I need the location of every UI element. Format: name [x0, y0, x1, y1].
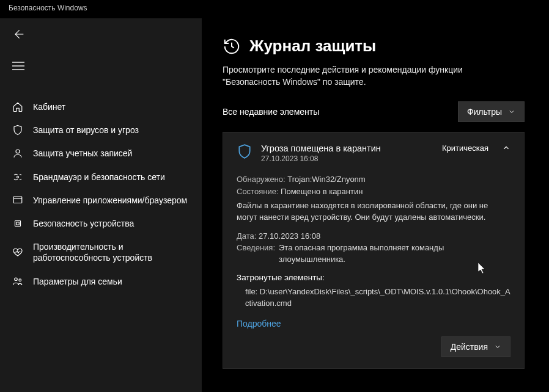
- svg-rect-8: [17, 222, 20, 225]
- family-icon: [12, 276, 23, 287]
- collapse-button[interactable]: [502, 143, 510, 152]
- sidebar-item-label: Защита от вирусов и угроз: [33, 125, 190, 136]
- threat-timestamp: 27.10.2023 16:08: [261, 154, 433, 163]
- heart-icon: [12, 247, 23, 258]
- window-title: Безопасность Windows: [9, 4, 87, 12]
- sidebar-item-virus[interactable]: Защита от вирусов и угроз: [0, 118, 202, 142]
- history-icon: [223, 37, 241, 56]
- threat-title: Угроза помещена в карантин: [261, 143, 433, 153]
- sidebar-item-family[interactable]: Параметры для семьи: [0, 270, 202, 293]
- sidebar-item-device-security[interactable]: Безопасность устройства: [0, 212, 202, 235]
- learn-more-link[interactable]: Подробнее: [237, 319, 281, 328]
- sidebar-item-firewall[interactable]: Брандмауэр и безопасность сети: [0, 165, 202, 189]
- sidebar-item-home[interactable]: Кабинет: [0, 95, 202, 118]
- shield-outline-icon: [237, 143, 252, 159]
- network-icon: [12, 172, 23, 183]
- app-icon: [12, 195, 23, 206]
- details-value: Эта опасная программа выполняет команды …: [279, 242, 510, 266]
- sidebar-item-label: Безопасность устройства: [33, 218, 190, 229]
- filters-button[interactable]: Фильтры: [458, 101, 525, 122]
- date-label: Дата:: [237, 231, 256, 241]
- sidebar: Кабинет Защита от вирусов и угроз Защита…: [0, 18, 202, 392]
- affected-heading: Затронутые элементы:: [237, 272, 510, 284]
- file-path: D:\user\YandexDisk\Files\_scripts\_ODT\M…: [245, 287, 510, 308]
- status-label: Состояние:: [237, 187, 278, 196]
- svg-point-3: [16, 150, 20, 153]
- sidebar-item-app-browser[interactable]: Управление приложениями/браузером: [0, 189, 202, 212]
- status-value: Помещено в карантин: [281, 187, 363, 196]
- svg-rect-5: [13, 197, 22, 203]
- recent-items-label: Все недавние элементы: [223, 107, 319, 117]
- svg-rect-7: [15, 221, 21, 227]
- sidebar-item-label: Производительность и работоспособность у…: [33, 241, 190, 263]
- detected-value: Trojan:Win32/Znyonm: [287, 175, 365, 184]
- sidebar-item-label: Кабинет: [33, 101, 190, 112]
- svg-point-4: [17, 176, 19, 178]
- person-icon: [12, 148, 23, 159]
- detected-label: Обнаружено:: [237, 175, 286, 184]
- chevron-down-icon: [508, 108, 515, 115]
- actions-button-label: Действия: [451, 342, 488, 352]
- actions-button[interactable]: Действия: [441, 336, 510, 357]
- file-prefix: file:: [245, 287, 257, 296]
- details-label: Сведения:: [237, 242, 275, 266]
- hamburger-menu-button[interactable]: [12, 59, 27, 73]
- shield-icon: [12, 125, 23, 136]
- threat-description: Файлы в карантине находятся в изолирован…: [237, 200, 510, 223]
- main-content: Журнал защиты Просмотрите последние дейс…: [202, 18, 549, 392]
- home-icon: [12, 101, 23, 112]
- threat-severity: Критическая: [442, 143, 488, 153]
- date-value: 27.10.2023 16:08: [259, 231, 320, 241]
- sidebar-item-label: Управление приложениями/браузером: [33, 195, 190, 206]
- sidebar-item-label: Защита учетных записей: [33, 148, 190, 159]
- chevron-down-icon: [494, 343, 501, 350]
- back-button[interactable]: [12, 27, 27, 42]
- svg-point-9: [15, 278, 18, 281]
- sidebar-item-label: Брандмауэр и безопасность сети: [33, 172, 190, 183]
- chip-icon: [12, 218, 23, 229]
- svg-point-10: [19, 278, 21, 281]
- filters-button-label: Фильтры: [467, 107, 502, 117]
- page-title: Журнал защиты: [249, 37, 376, 56]
- sidebar-item-performance[interactable]: Производительность и работоспособность у…: [0, 235, 202, 269]
- threat-card: Угроза помещена в карантин 27.10.2023 16…: [223, 132, 525, 369]
- sidebar-item-label: Параметры для семьи: [33, 276, 190, 287]
- window-titlebar: Безопасность Windows: [0, 0, 549, 18]
- sidebar-item-account[interactable]: Защита учетных записей: [0, 142, 202, 165]
- page-subtitle: Просмотрите последние действия и рекомен…: [223, 64, 504, 88]
